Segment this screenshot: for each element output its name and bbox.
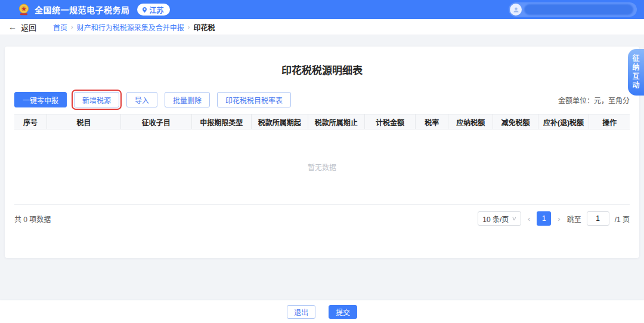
- table-footer: 共 0 项数据 10 条/页 ∨ ‹ 1 › 跳至 /1 页: [14, 205, 630, 232]
- breadcrumb-item-home[interactable]: 首页: [53, 22, 67, 32]
- user-info-redacted: [524, 4, 633, 15]
- add-tax-source-button[interactable]: 新增税源: [74, 92, 119, 107]
- jump-to-label: 跳至: [567, 214, 581, 224]
- column-header: 应补(退)税额: [538, 115, 589, 130]
- column-header: 应纳税额: [448, 115, 493, 130]
- column-header: 税率: [416, 115, 448, 130]
- stamp-tax-rate-table-button[interactable]: 印花税税目税率表: [217, 92, 291, 107]
- top-header-bar: 全国统一规范电子税务局 江苏: [0, 0, 644, 19]
- column-header: 征收子目: [121, 115, 192, 130]
- breadcrumb-separator-icon: ›: [71, 23, 73, 30]
- submit-button[interactable]: 提交: [329, 305, 357, 319]
- table-empty-body: 暂无数据: [14, 130, 630, 205]
- column-header: 计税金额: [364, 115, 416, 130]
- import-button[interactable]: 导入: [126, 92, 157, 107]
- pagination: 10 条/页 ∨ ‹ 1 › 跳至 /1 页: [478, 211, 630, 226]
- column-header: 序号: [14, 115, 47, 130]
- location-pin-icon: [141, 7, 148, 13]
- breadcrumb-item-current: 印花税: [193, 22, 215, 32]
- toolbar: 一键零申报 新增税源 导入 批量删除 印花税税目税率表 金额单位：元，至角分: [14, 91, 630, 108]
- main-content: 印花税税源明细表 一键零申报 新增税源 导入 批量删除 印花税税目税率表 金额单…: [0, 35, 644, 258]
- prev-page-button[interactable]: ‹: [527, 214, 531, 223]
- user-account-pill[interactable]: [509, 2, 637, 17]
- stamp-tax-detail-panel: 印花税税源明细表 一键零申报 新增税源 导入 批量删除 印花税税目税率表 金额单…: [5, 47, 639, 258]
- page-1-button[interactable]: 1: [537, 211, 551, 226]
- breadcrumb-bar: ← 返回 首页 › 财产和行为税税源采集及合并申报 › 印花税: [0, 19, 644, 35]
- side-tab-label: 征纳互动: [632, 54, 640, 90]
- brand-area: 全国统一规范电子税务局 江苏: [18, 4, 170, 16]
- amount-unit-note: 金额单位：元，至角分: [558, 95, 630, 105]
- tax-bureau-emblem-icon: [18, 4, 30, 16]
- column-header: 申报期限类型: [191, 115, 251, 130]
- page-size-value: 10 条/页: [482, 214, 509, 224]
- user-avatar-icon: [510, 4, 522, 16]
- tax-source-table: 序号税目征收子目申报期限类型税款所属期起税款所属期止计税金额税率应纳税额减免税额…: [14, 114, 630, 130]
- tax-interaction-side-tab[interactable]: 征纳互动: [628, 49, 644, 96]
- region-selector[interactable]: 江苏: [137, 4, 170, 16]
- page-size-select[interactable]: 10 条/页 ∨: [478, 211, 521, 226]
- exit-button[interactable]: 退出: [287, 305, 315, 319]
- chevron-down-icon: ∨: [512, 216, 517, 222]
- next-page-button[interactable]: ›: [556, 214, 561, 223]
- app-root: 全国统一规范电子税务局 江苏 ← 返回 首页: [0, 0, 644, 258]
- breadcrumb-item-collection[interactable]: 财产和行为税税源采集及合并申报: [77, 22, 184, 32]
- column-header: 税目: [47, 115, 121, 130]
- app-title: 全国统一规范电子税务局: [35, 4, 130, 16]
- total-count-text: 共 0 项数据: [14, 214, 51, 224]
- region-label: 江苏: [150, 5, 164, 15]
- total-pages-label: /1 页: [615, 214, 630, 224]
- batch-delete-button[interactable]: 批量删除: [165, 92, 210, 107]
- jump-page-input[interactable]: [587, 211, 609, 226]
- column-header: 税款所属期止: [308, 115, 364, 130]
- back-button[interactable]: ← 返回: [8, 21, 36, 33]
- table-header-row: 序号税目征收子目申报期限类型税款所属期起税款所属期止计税金额税率应纳税额减免税额…: [14, 115, 630, 130]
- page-title: 印花税税源明细表: [14, 47, 630, 77]
- bottom-action-bar: 退出 提交: [0, 300, 644, 323]
- column-header: 税款所属期起: [251, 115, 308, 130]
- back-label: 返回: [21, 21, 36, 33]
- column-header: 操作: [589, 115, 630, 130]
- column-header: 减免税额: [493, 115, 538, 130]
- one-click-zero-declare-button[interactable]: 一键零申报: [14, 92, 67, 107]
- empty-state-text: 暂无数据: [308, 162, 336, 172]
- back-arrow-icon: ←: [8, 22, 17, 32]
- breadcrumb-separator-icon: ›: [188, 23, 190, 30]
